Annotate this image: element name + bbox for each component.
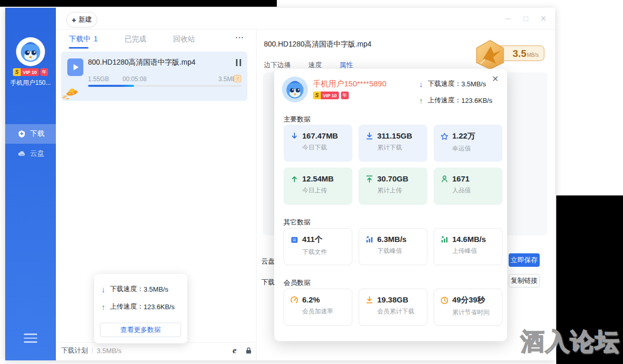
download-shield-icon xyxy=(18,130,26,138)
stat-card-total-upload: 30.70GB 累计上传 xyxy=(359,168,427,205)
sidebar-username[interactable]: 手机用户150... xyxy=(5,79,56,87)
file-size: 1.55GB xyxy=(88,75,109,83)
stat-value: 19.38GB xyxy=(377,295,408,304)
vip-badges[interactable]: SVIP 10 年 xyxy=(5,68,56,76)
upload-speed-label: 上传速度： xyxy=(110,302,144,311)
download-arrow-icon: ↓ xyxy=(419,80,423,88)
upload-arrow-icon: ↑ xyxy=(419,96,423,105)
tab-label: 回收站 xyxy=(173,35,195,43)
stat-card-member-download: 19.38GB 会员累计下载 xyxy=(359,289,427,326)
list-tabs: 下载中1 已完成 回收站 xyxy=(69,35,195,44)
year-badge: 年 xyxy=(40,68,48,76)
tab-downloading[interactable]: 下载中1 xyxy=(69,35,98,44)
year-badge: 年 xyxy=(341,92,349,99)
stat-value: 6.3MB/s xyxy=(377,235,407,244)
stats-popup: ✕ 手机用户150****5890 SVIP 10 年 ↓ xyxy=(274,69,507,341)
more-options-icon[interactable]: ··· xyxy=(235,34,244,42)
stat-card-today-upload: 12.54MB 今日上传 xyxy=(284,168,352,205)
tab-active-underline xyxy=(69,47,88,49)
view-more-data-button[interactable]: 查看更多数据 xyxy=(100,323,181,337)
stat-label: 累计下载 xyxy=(377,143,427,152)
upload-speed-value: 123.6KB/s xyxy=(462,97,493,104)
section-title-other: 其它数据 xyxy=(284,218,310,227)
black-top-strip xyxy=(0,0,277,7)
stat-card-time-saved: 49分39秒 累计节省时间 xyxy=(434,289,502,326)
save-now-button[interactable]: 立即保存 xyxy=(509,253,540,267)
avatar[interactable] xyxy=(16,37,45,66)
new-task-label: 新建 xyxy=(78,15,92,24)
stat-card-luck: 1.22万 幸运值 xyxy=(434,125,502,162)
popup-close-icon[interactable]: ✕ xyxy=(492,74,499,84)
stat-label: 累计节省时间 xyxy=(452,308,502,317)
vip-level-badge: VIP 10 xyxy=(321,92,339,99)
upload-arrow-icon: ↑ xyxy=(101,302,106,311)
stat-label: 上传峰值 xyxy=(452,247,502,255)
super-vip-icon: S xyxy=(313,92,321,99)
pause-button[interactable] xyxy=(236,59,241,66)
download-speed-value: 3.5MB/s xyxy=(462,80,486,88)
stat-label: 今日下载 xyxy=(302,143,352,152)
popup-username: 手机用户150****5890 xyxy=(313,79,387,89)
plus-icon: + xyxy=(72,16,77,24)
sidebar-item-label: 云盘 xyxy=(30,149,44,158)
stat-label: 下载文件 xyxy=(302,248,352,256)
tab-label: 下载中 xyxy=(69,35,91,43)
tab-trash[interactable]: 回收站 xyxy=(173,35,195,44)
hummingbird-hex-icon[interactable] xyxy=(473,39,507,71)
download-task-row[interactable]: 800.HD1280高清国语中字版.mp4 1.55GB 00:05:08 3.… xyxy=(61,52,247,101)
time-remaining: 00:05:08 xyxy=(123,75,147,83)
tab-completed[interactable]: 已完成 xyxy=(125,35,146,44)
other-stats-grid: 411个 下载文件 6.3MB/s 下载峰值 14.6MB/s xyxy=(284,228,503,271)
vip-level-badge: VIP 10 xyxy=(21,68,39,76)
chart-bars-green-icon xyxy=(440,235,449,244)
speed-badge-value: 3.5 xyxy=(513,48,526,59)
play-icon xyxy=(73,64,79,70)
download-meta: 1.55GB 00:05:08 3.5MB/s xyxy=(88,75,241,83)
download-orange-icon xyxy=(365,296,374,304)
sidebar-item-label: 下载 xyxy=(30,129,44,139)
speed-badge-unit: MB/s xyxy=(527,52,539,58)
download-speed-label: 下载速度： xyxy=(428,79,462,88)
maximize-button[interactable]: □ xyxy=(521,14,530,23)
group-badge: 团 xyxy=(234,75,241,82)
stat-value: 6.2% xyxy=(302,295,320,304)
download-plan-label[interactable]: 下载计划 xyxy=(61,346,88,355)
stat-value: 30.70GB xyxy=(377,174,408,183)
stat-value: 411个 xyxy=(302,235,322,245)
popup-avatar xyxy=(282,77,308,102)
panel-divider xyxy=(256,29,257,360)
popup-vip-badges: SVIP 10 年 xyxy=(313,92,349,99)
download-file-name: 800.HD1280高清国语中字版.mp4 xyxy=(88,58,233,67)
stat-card-files: 411个 下载文件 xyxy=(284,228,352,265)
window-controls: ─ □ ✕ xyxy=(503,14,548,23)
minimize-button[interactable]: ─ xyxy=(503,14,513,23)
hamburger-menu-icon[interactable] xyxy=(24,333,37,343)
new-task-button[interactable]: + 新建 xyxy=(66,12,97,27)
stat-value: 311.15GB xyxy=(377,131,412,140)
sidebar-item-download[interactable]: 下载 xyxy=(5,124,56,144)
chart-bars-blue-icon xyxy=(365,235,374,244)
upload-total-icon xyxy=(365,175,374,183)
stat-label: 会员累计下载 xyxy=(377,307,427,316)
close-button[interactable]: ✕ xyxy=(539,14,548,23)
download-save-label: 下载 xyxy=(261,278,275,287)
watermark-text: 酒入论坛 xyxy=(521,326,620,358)
person-icon xyxy=(440,175,449,183)
toolbar-divider xyxy=(56,29,555,29)
gauge-icon xyxy=(290,296,299,304)
popup-speeds: ↓ 下载速度： 3.5MB/s ↑ 上传速度： 123.6KB/s xyxy=(419,79,493,112)
svip-badge: SVIP 10 xyxy=(13,68,39,76)
copy-link-button[interactable]: 复制链接 xyxy=(509,274,540,287)
super-vip-icon: S xyxy=(13,68,21,76)
sidebar-item-cloud[interactable]: 云盘 xyxy=(5,144,56,163)
speedup-rocket-icon[interactable] xyxy=(62,86,81,99)
lock-icon[interactable] xyxy=(245,346,253,355)
speed-summary-popup: ↓ 下载速度： 3.5MB/s ↑ 上传速度： 123.6KB/s 查看更多数据 xyxy=(94,274,187,343)
browser-ie-icon[interactable]: e xyxy=(232,345,236,356)
stat-card-download-peak: 6.3MB/s 下载峰值 xyxy=(359,228,427,265)
play-thumbnail[interactable] xyxy=(67,58,83,76)
stat-label: 今日上传 xyxy=(302,186,352,195)
svip-badge: SVIP 10 xyxy=(313,92,339,99)
statusbar: 下载计划 3.5MB/s e xyxy=(61,345,253,356)
download-speed-value: 3.5MB/s xyxy=(144,285,169,293)
